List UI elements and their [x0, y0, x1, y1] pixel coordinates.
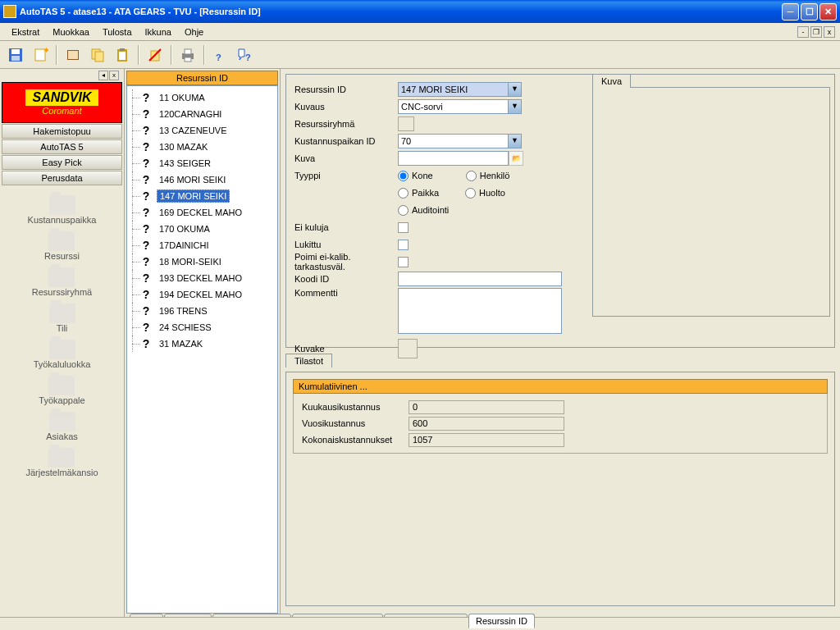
question-icon: ?	[140, 189, 152, 203]
dropdown-icon[interactable]: ▼	[509, 99, 522, 114]
nav-button[interactable]: Perusdata	[2, 171, 122, 185]
menu-tulosta[interactable]: Tulosta	[96, 25, 139, 39]
question-icon: ?	[140, 304, 152, 317]
tree-label: 18 MORI-SEIKI	[157, 256, 224, 267]
radio-kone[interactable]: Kone	[398, 171, 433, 181]
nav-item-label: Työkaluluokka	[34, 359, 91, 369]
window-title: AutoTAS 5 - atase13 - ATA GEARS - TVU - …	[20, 7, 782, 16]
kuva-panel: Kuva	[592, 74, 830, 322]
check-ei-kuluja[interactable]	[398, 222, 409, 233]
book-icon[interactable]	[62, 44, 84, 66]
tree-node[interactable]: ?196 TRENS	[129, 303, 276, 319]
sidebar-close-icon[interactable]: x	[109, 71, 119, 80]
tree-node[interactable]: ?31 MAZAK	[129, 336, 276, 352]
nav-item[interactable]: Järjestelmäkansio	[25, 448, 98, 477]
mdi-close[interactable]: x	[824, 26, 835, 38]
tree-node[interactable]: ?120CARNAGHI	[129, 106, 276, 122]
sidebar-pin-icon[interactable]: ◂	[98, 71, 108, 80]
tab-tilastot[interactable]: Tilastot	[285, 354, 332, 368]
tree-node[interactable]: ?193 DECKEL MAHO	[129, 270, 276, 286]
nav-button[interactable]: Hakemistopuu	[2, 124, 122, 139]
copy-icon[interactable]	[87, 44, 108, 66]
tree-label: 24 SCHIESS	[157, 322, 214, 333]
tree-node[interactable]: ?147 MORI SEIKI	[129, 188, 276, 204]
input-koodi-id[interactable]	[398, 272, 562, 286]
radio-henkilo[interactable]: Henkilö	[466, 171, 510, 181]
check-lukittu[interactable]	[398, 240, 409, 250]
menu-ikkuna[interactable]: Ikkuna	[139, 25, 178, 39]
nav-item[interactable]: Työkappale	[39, 376, 84, 405]
nav-item[interactable]: Resurssiryhmä	[32, 267, 92, 297]
statusbar	[0, 617, 840, 630]
nav-item[interactable]: Kustannuspaikka	[28, 195, 97, 225]
nav-item-label: Asiakas	[46, 431, 78, 441]
nav-button[interactable]: AutoTAS 5	[2, 139, 122, 154]
menu-ohje[interactable]: Ohje	[178, 25, 210, 39]
bottom-tab[interactable]: Resurssin ID	[468, 614, 535, 628]
tree-body[interactable]: ?11 OKUMA?120CARNAGHI?13 CAZENEUVE?130 M…	[126, 85, 278, 614]
tree-node[interactable]: ?146 MORI SEIKI	[129, 171, 276, 188]
print-icon[interactable]	[177, 44, 199, 66]
save-icon[interactable]	[5, 44, 26, 66]
value-vuosikustannus	[409, 417, 564, 431]
tree-label: 147 MORI SEIKI	[157, 189, 230, 203]
nav-item-label: Järjestelmäkansio	[25, 468, 98, 477]
nav-item-label: Työkappale	[39, 395, 84, 405]
question-icon: ?	[140, 140, 152, 153]
whats-this-icon[interactable]: ?	[235, 44, 256, 66]
input-resurssiryhma[interactable]	[398, 116, 414, 131]
radio-paikka[interactable]: Paikka	[398, 188, 439, 199]
input-kustannuspaikan-id[interactable]	[398, 134, 509, 148]
nav-item[interactable]: Tili	[49, 304, 75, 333]
nav-button[interactable]: Easy Pick	[2, 155, 122, 170]
input-kuvaus[interactable]	[398, 99, 509, 114]
close-button[interactable]: ✕	[819, 3, 837, 21]
browse-icon[interactable]: 📂	[509, 151, 523, 166]
nav-item[interactable]: Asiakas	[46, 412, 78, 441]
label-kommentti: Kommentti	[294, 288, 398, 298]
folder-icon	[48, 267, 75, 287]
toolbar: ✦ ? ?	[0, 41, 840, 69]
delete-icon[interactable]	[144, 44, 166, 66]
mdi-restore[interactable]: ❐	[810, 26, 822, 38]
new-icon[interactable]: ✦	[30, 44, 51, 66]
paste-icon[interactable]	[112, 44, 133, 66]
tree-node[interactable]: ?194 DECKEL MAHO	[129, 286, 276, 303]
input-kommentti[interactable]	[398, 288, 562, 334]
dropdown-icon[interactable]: ▼	[509, 134, 522, 148]
help-icon[interactable]: ?	[210, 44, 231, 66]
tree-node[interactable]: ?18 MORI-SEIKI	[129, 253, 276, 270]
tree-node[interactable]: ?17DAINICHI	[129, 237, 276, 253]
tree-node[interactable]: ?143 SEIGER	[129, 155, 276, 171]
radio-auditointi[interactable]: Auditointi	[398, 205, 449, 216]
tree-node[interactable]: ?13 CAZENEUVE	[129, 122, 276, 139]
check-poimi[interactable]	[398, 257, 409, 267]
radio-huolto[interactable]: Huolto	[465, 188, 505, 199]
tab-kuva[interactable]: Kuva	[592, 74, 631, 88]
mdi-minimize[interactable]: -	[797, 26, 809, 38]
menu-muokkaa[interactable]: Muokkaa	[46, 25, 96, 39]
nav-item[interactable]: Työkaluluokka	[34, 340, 91, 369]
nav-item[interactable]: Resurssi	[44, 231, 80, 261]
sidebar: ◂x SANDVIK Coromant HakemistopuuAutoTAS …	[0, 69, 125, 617]
tree-node[interactable]: ?130 MAZAK	[129, 139, 276, 155]
maximize-button[interactable]: ☐	[801, 3, 818, 21]
question-icon: ?	[140, 107, 152, 121]
minimize-button[interactable]: ─	[782, 3, 799, 21]
input-kuva[interactable]	[398, 151, 509, 166]
label-koodi-id: Koodi ID	[294, 274, 398, 284]
tree-node[interactable]: ?11 OKUMA	[129, 89, 276, 106]
tree-node[interactable]: ?169 DECKEL MAHO	[129, 204, 276, 221]
titlebar: AutoTAS 5 - atase13 - ATA GEARS - TVU - …	[0, 0, 840, 23]
folder-icon	[49, 195, 75, 215]
input-resurssin-id[interactable]	[398, 82, 509, 97]
tree-node[interactable]: ?24 SCHIESS	[129, 319, 276, 336]
svg-rect-12	[120, 48, 125, 51]
tree-node[interactable]: ?170 OKUMA	[129, 221, 276, 237]
label-poimi: Poimi ei-kalib. tarkastusväl.	[294, 252, 398, 272]
folder-icon	[48, 448, 75, 468]
kuvake-box[interactable]	[398, 339, 418, 358]
menu-ekstrat[interactable]: Ekstrat	[5, 25, 46, 39]
app-icon	[3, 5, 16, 18]
dropdown-icon[interactable]: ▼	[509, 82, 522, 97]
